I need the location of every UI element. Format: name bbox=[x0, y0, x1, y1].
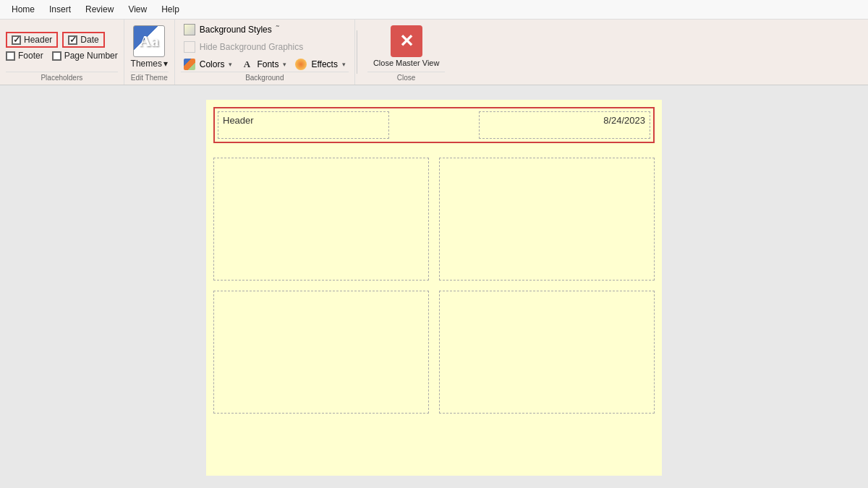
menu-help[interactable]: Help bbox=[156, 1, 185, 17]
edit-theme-group: Aa Themes ▾ Edit Theme bbox=[124, 20, 175, 85]
hide-bg-button[interactable]: Hide Background Graphics bbox=[181, 40, 349, 54]
effects-chevron: ▾ bbox=[342, 61, 346, 68]
ribbon: Header Date Footer Page Number Placehold… bbox=[0, 20, 868, 85]
header-date-row: Header Date bbox=[6, 32, 118, 48]
colors-button[interactable]: Colors ▾ bbox=[181, 57, 236, 72]
slide-date-placeholder[interactable]: 8/24/2023 bbox=[479, 111, 650, 139]
slide-box-1[interactable] bbox=[213, 158, 429, 281]
close-icon: ✕ bbox=[391, 25, 422, 57]
slide-box-4[interactable] bbox=[439, 291, 655, 414]
date-label: Date bbox=[80, 35, 98, 45]
fonts-button[interactable]: A Fonts ▾ bbox=[238, 57, 289, 72]
background-controls: Background Styles ˜ Hide Background Grap… bbox=[181, 22, 349, 72]
footer-label: Footer bbox=[18, 51, 43, 61]
themes-label-text: Themes bbox=[131, 59, 162, 69]
slide-content-area bbox=[213, 150, 655, 421]
header-checkbox[interactable] bbox=[12, 35, 21, 45]
background-group: Background Styles ˜ Hide Background Grap… bbox=[175, 20, 355, 85]
menu-review[interactable]: Review bbox=[80, 1, 119, 17]
fonts-chevron: ▾ bbox=[283, 61, 286, 68]
close-x-symbol: ✕ bbox=[399, 31, 414, 51]
page-number-checkbox[interactable] bbox=[52, 51, 61, 61]
themes-chevron: ▾ bbox=[163, 59, 168, 69]
placeholders-controls: Header Date Footer Page Number bbox=[6, 22, 118, 72]
placeholders-group-label: Placeholders bbox=[6, 72, 118, 82]
edit-theme-label: Edit Theme bbox=[130, 72, 169, 82]
slide-header-strip: Header 8/24/2023 bbox=[213, 107, 655, 143]
placeholders-group: Header Date Footer Page Number Placehold… bbox=[0, 20, 124, 85]
slide-header-middle bbox=[393, 111, 475, 139]
effects-label: Effects bbox=[311, 59, 337, 69]
ribbon-separator bbox=[357, 30, 357, 74]
slide-area: Header 8/24/2023 bbox=[0, 85, 868, 488]
header-label: Header bbox=[24, 35, 52, 45]
effects-button[interactable]: Effects ▾ bbox=[292, 57, 348, 72]
menu-bar: Home Insert Review View Help bbox=[0, 0, 868, 20]
header-checkbox-box[interactable]: Header bbox=[6, 32, 58, 48]
fonts-label: Fonts bbox=[257, 59, 278, 69]
bg-styles-button[interactable]: Background Styles ˜ bbox=[181, 22, 349, 37]
effects-icon bbox=[295, 59, 307, 70]
menu-home[interactable]: Home bbox=[6, 1, 41, 17]
hide-bg-label: Hide Background Graphics bbox=[200, 42, 303, 52]
hide-bg-icon bbox=[184, 41, 195, 53]
theme-options-row: Colors ▾ A Fonts ▾ Effects ▾ bbox=[181, 57, 349, 72]
close-master-view-button[interactable]: ✕ Close Master View bbox=[367, 22, 446, 70]
date-checkbox-box[interactable]: Date bbox=[62, 32, 104, 48]
colors-label: Colors bbox=[200, 59, 225, 69]
page-number-label: Page Number bbox=[64, 51, 118, 61]
footer-checkbox[interactable] bbox=[6, 51, 15, 61]
bg-styles-chevron: ˜ bbox=[276, 25, 279, 35]
close-group: ✕ Close Master View Close bbox=[359, 20, 454, 85]
bg-styles-label: Background Styles bbox=[200, 25, 272, 35]
menu-view[interactable]: View bbox=[122, 1, 153, 17]
themes-dropdown[interactable]: Themes ▾ bbox=[131, 59, 168, 69]
close-master-view-label: Close Master View bbox=[373, 59, 440, 67]
colors-chevron: ▾ bbox=[229, 61, 232, 68]
date-checkbox[interactable] bbox=[68, 35, 77, 45]
bg-styles-icon bbox=[184, 24, 195, 35]
colors-icon bbox=[184, 59, 195, 70]
background-group-label: Background bbox=[181, 72, 349, 82]
slide-canvas: Header 8/24/2023 bbox=[206, 100, 662, 476]
menu-insert[interactable]: Insert bbox=[43, 1, 77, 17]
slide-box-3[interactable] bbox=[213, 291, 429, 414]
themes-icon[interactable]: Aa bbox=[133, 25, 165, 57]
footer-row: Footer Page Number bbox=[6, 49, 118, 62]
fonts-icon: A bbox=[241, 59, 252, 70]
slide-header-placeholder[interactable]: Header bbox=[218, 111, 389, 139]
close-group-label: Close bbox=[367, 72, 446, 82]
slide-box-2[interactable] bbox=[439, 158, 655, 281]
